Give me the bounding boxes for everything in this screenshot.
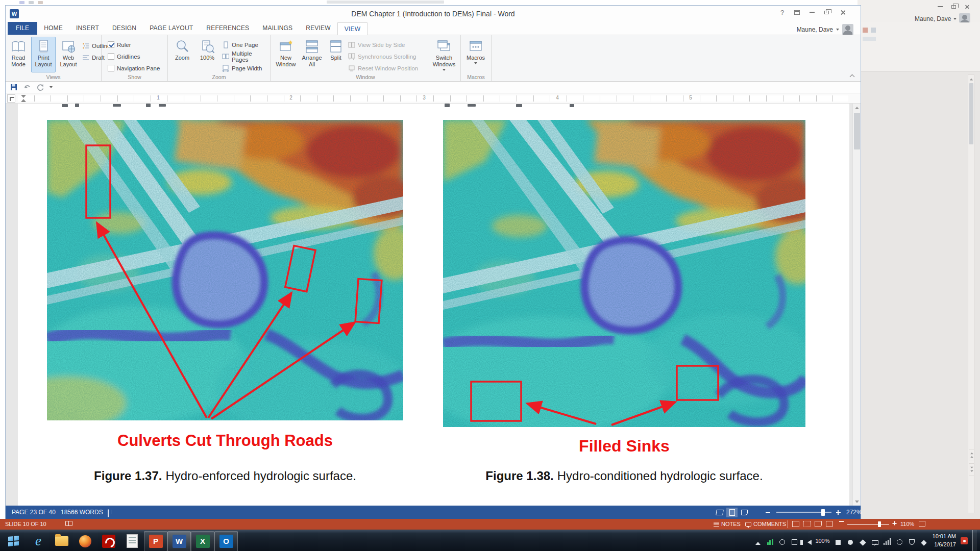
tab-file[interactable]: FILE [8, 22, 37, 35]
ppt-scroll-thumb[interactable] [969, 83, 973, 144]
show-desktop-button[interactable] [972, 530, 977, 551]
ppt-restore-button[interactable] [947, 2, 960, 11]
taskbar-browser-ball[interactable] [74, 531, 97, 551]
web-layout-button[interactable]: Web Layout [57, 37, 80, 72]
view-side-by-side-button[interactable]: View Side by Side [348, 39, 405, 50]
read-mode-button[interactable]: Read Mode [7, 37, 30, 72]
hanging-indent-marker[interactable] [21, 99, 26, 102]
powerpoint-window[interactable]: Maune, Dave [857, 0, 980, 519]
taskbar-file-explorer[interactable] [50, 531, 74, 551]
bluetooth-icon[interactable] [859, 537, 867, 545]
zoom-in-button[interactable] [832, 508, 844, 517]
page-indicator[interactable]: PAGE 23 OF 40 [12, 509, 56, 516]
read-mode-view-button[interactable] [714, 508, 725, 517]
ppt-scroll-up-button[interactable] [968, 75, 974, 83]
document-page[interactable]: Culverts Cut Through Roads Filled Sinks … [18, 104, 849, 506]
settings-tray-icon[interactable] [791, 537, 798, 545]
powerpoint-status-bar[interactable]: SLIDE 10 OF 10 NOTES COMMENTS 110% [0, 519, 980, 530]
ppt-minimize-button[interactable] [934, 2, 946, 11]
comments-button[interactable]: COMMENTS [745, 521, 786, 527]
switch-windows-button[interactable]: Switch Windows [430, 37, 458, 72]
zoom-out-button[interactable] [762, 508, 773, 517]
horizontal-ruler[interactable]: 1 2 3 4 5 [6, 93, 861, 104]
scroll-thumb[interactable] [854, 113, 860, 149]
word-status-bar[interactable]: PAGE 23 OF 40 18566 WORDS 272% [6, 506, 861, 519]
ppt-previous-slide-button[interactable] [969, 449, 974, 461]
arrange-all-button[interactable]: Arrange All [300, 37, 324, 72]
close-button[interactable] [836, 6, 850, 19]
minimize-button[interactable] [804, 6, 819, 19]
tab-review[interactable]: REVIEW [299, 22, 337, 35]
network-icon[interactable] [884, 537, 891, 545]
tab-insert[interactable]: INSERT [69, 22, 106, 35]
taskbar-word[interactable]: W [167, 531, 191, 551]
scroll-up-button[interactable] [853, 104, 861, 112]
taskbar-notepad[interactable] [120, 531, 144, 551]
ppt-zoom-in-button[interactable] [892, 521, 897, 525]
help-button[interactable]: ? [775, 6, 790, 19]
taskbar-clock[interactable]: 10:01 AM 1/6/2017 [933, 533, 956, 549]
ruler-checkbox[interactable]: Ruler [108, 39, 131, 50]
reset-window-position-button[interactable]: Reset Window Position [348, 63, 418, 73]
tab-mailings[interactable]: MAILINGS [256, 22, 299, 35]
zoom-slider-thumb[interactable] [821, 509, 825, 516]
restore-button[interactable] [819, 6, 834, 19]
slide-sorter-view-button[interactable] [803, 521, 811, 527]
multiple-pages-button[interactable]: Multiple Pages [222, 51, 270, 62]
notification-icon[interactable] [961, 537, 968, 544]
word-window[interactable]: W DEM Chapter 1 (Introduction to DEMs) F… [5, 5, 861, 519]
undo-button[interactable] [23, 83, 31, 91]
customize-quick-access-button[interactable] [50, 86, 53, 88]
taskbar-ie[interactable]: e [27, 531, 50, 551]
ppt-zoom-slider-thumb[interactable] [878, 521, 881, 527]
ppt-zoom-out-button[interactable] [839, 521, 844, 522]
navigation-pane-checkbox[interactable]: Navigation Pane [108, 63, 160, 73]
tab-view[interactable]: VIEW [337, 22, 368, 35]
word-titlebar[interactable]: W DEM Chapter 1 (Introduction to DEMs) F… [6, 6, 861, 22]
notes-button[interactable]: NOTES [714, 521, 741, 527]
sync-icon[interactable] [896, 537, 903, 545]
new-window-button[interactable]: New Window [274, 37, 298, 72]
ppt-proofing-icon[interactable] [65, 521, 72, 526]
redo-button[interactable] [36, 83, 44, 91]
taskbar[interactable]: e P W X O 100% 10:01 AM [0, 530, 980, 551]
web-layout-view-button[interactable] [739, 508, 750, 517]
print-layout-button[interactable]: Print Layout [31, 37, 56, 72]
word-vertical-scrollbar[interactable] [852, 104, 861, 506]
slide-indicator[interactable]: SLIDE 10 OF 10 [5, 521, 46, 527]
save-button[interactable] [10, 83, 18, 91]
hidden-icons-button[interactable] [754, 537, 762, 545]
macros-button[interactable]: Macros [464, 37, 487, 72]
ppt-zoom-percentage[interactable]: 110% [900, 521, 914, 527]
language-icon[interactable] [835, 537, 842, 545]
account-menu[interactable]: Maune, Dave [797, 24, 853, 35]
ppt-scrollbar[interactable] [968, 74, 974, 513]
security-icon[interactable] [908, 537, 916, 545]
resource-monitor-icon[interactable] [766, 537, 774, 545]
safely-remove-icon[interactable] [778, 537, 786, 545]
battery-indicator[interactable]: 100% [815, 538, 829, 544]
onedrive-icon[interactable] [847, 537, 854, 545]
first-line-indent-marker[interactable] [21, 95, 26, 98]
pen-icon[interactable] [920, 537, 928, 545]
zoom-button[interactable]: Zoom [171, 37, 193, 72]
ppt-next-slide-button[interactable] [969, 463, 974, 475]
tab-selector[interactable] [7, 94, 15, 103]
fit-slide-to-window-button[interactable] [919, 521, 925, 527]
zoom-percentage[interactable]: 272% [846, 509, 862, 516]
taskbar-powerpoint[interactable]: P [144, 531, 167, 551]
page-width-button[interactable]: Page Width [222, 63, 262, 73]
proofing-status-icon[interactable] [108, 510, 109, 517]
ppt-close-button[interactable] [961, 2, 973, 11]
taskbar-excel[interactable]: X [191, 531, 214, 551]
mail-icon[interactable] [871, 537, 879, 545]
word-count[interactable]: 18566 WORDS [61, 509, 103, 516]
reading-view-button[interactable] [815, 521, 822, 527]
zoom-100-button[interactable]: 100% [195, 37, 219, 72]
normal-view-button[interactable] [792, 521, 799, 527]
gridlines-checkbox[interactable]: Gridlines [108, 51, 140, 62]
taskbar-outlook[interactable]: O [214, 531, 238, 551]
slideshow-view-button[interactable] [826, 521, 833, 527]
scroll-down-button[interactable] [853, 497, 861, 506]
collapse-ribbon-button[interactable] [850, 73, 854, 78]
